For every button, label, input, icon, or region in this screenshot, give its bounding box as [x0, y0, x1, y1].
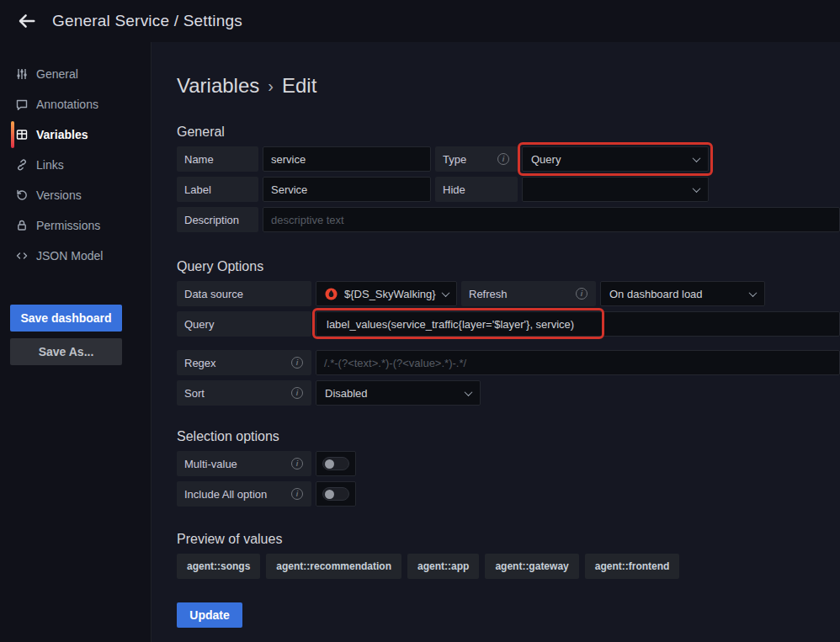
sidebar-item-label: Variables — [36, 128, 88, 141]
include-all-info-icon[interactable] — [291, 488, 303, 500]
query-label: Query — [177, 311, 311, 337]
label-label: Label — [177, 177, 258, 202]
datasource-label: Data source — [177, 281, 311, 306]
sort-select[interactable]: Disabled — [316, 380, 481, 406]
include-all-toggle[interactable] — [316, 481, 356, 507]
breadcrumb-current: Edit — [282, 74, 316, 98]
save-dashboard-button[interactable]: Save dashboard — [10, 305, 122, 332]
regex-row: Regex — [177, 350, 840, 375]
refresh-info-icon[interactable] — [576, 288, 587, 300]
name-label: Name — [177, 146, 258, 172]
description-input[interactable] — [263, 207, 840, 232]
toggle-track — [322, 487, 349, 501]
regex-input[interactable] — [316, 350, 840, 375]
chevron-down-icon — [441, 289, 449, 297]
sort-info-icon[interactable] — [291, 387, 303, 399]
query-input[interactable] — [316, 311, 840, 337]
datasource-refresh-row: Data source ${DS_SkyWalking} — [177, 281, 840, 306]
description-label: Description — [177, 207, 258, 232]
refresh-label: Refresh — [461, 281, 596, 306]
selection-options-heading: Selection options — [177, 429, 840, 444]
preview-chip: agent::songs — [177, 554, 260, 579]
sidebar-item-label: Links — [36, 158, 64, 172]
chevron-down-icon — [465, 388, 473, 396]
code-icon — [15, 249, 29, 263]
link-icon — [15, 158, 29, 172]
skywalking-datasource-icon — [325, 288, 338, 300]
sort-row: Sort Disabled — [177, 380, 840, 406]
active-indicator — [11, 121, 14, 148]
breadcrumb: Variables › Edit — [177, 74, 840, 98]
sidebar-item-label: Permissions — [36, 219, 100, 232]
include-all-label: Include All option — [177, 481, 311, 507]
chevron-down-icon — [693, 154, 701, 162]
sidebar-item-versions[interactable]: Versions — [0, 180, 151, 210]
sidebar-item-annotations[interactable]: Annotations — [0, 89, 151, 119]
back-button[interactable] — [13, 8, 40, 34]
label-hide-row: Label Hide — [177, 177, 840, 202]
sidebar-item-label: Versions — [36, 188, 82, 202]
sliders-icon — [15, 67, 29, 81]
type-info-icon[interactable] — [497, 153, 509, 165]
type-select[interactable]: Query — [522, 146, 709, 172]
chevron-down-icon — [749, 289, 758, 297]
name-type-row: Name Type Query — [177, 146, 840, 172]
sidebar-item-label: Annotations — [36, 98, 98, 111]
datasource-select[interactable]: ${DS_SkyWalking} — [316, 281, 457, 306]
multi-value-label: Multi-value — [177, 451, 311, 476]
sidebar-item-label: JSON Model — [36, 249, 103, 263]
include-all-row: Include All option — [177, 481, 840, 507]
history-icon — [15, 188, 29, 202]
sidebar-item-variables[interactable]: Variables — [0, 119, 151, 150]
multi-value-row: Multi-value — [177, 451, 840, 476]
toggle-knob — [325, 459, 334, 469]
preview-heading: Preview of values — [177, 532, 840, 547]
breadcrumb-variables-link[interactable]: Variables — [177, 74, 259, 98]
multi-value-info-icon[interactable] — [291, 458, 303, 470]
general-heading: General — [177, 125, 840, 140]
type-label: Type — [435, 146, 518, 172]
regex-label: Regex — [177, 350, 311, 375]
chevron-down-icon — [693, 184, 701, 193]
preview-chip: agent::frontend — [585, 554, 680, 579]
arrow-left-icon — [18, 12, 36, 30]
preview-chip: agent::recommendation — [266, 554, 401, 579]
query-row: Query — [177, 311, 840, 337]
description-row: Description — [177, 207, 840, 232]
update-button[interactable]: Update — [177, 602, 242, 628]
sort-label: Sort — [177, 380, 311, 406]
hide-label: Hide — [435, 177, 518, 202]
name-input[interactable] — [263, 146, 431, 172]
sidebar-item-json-model[interactable]: JSON Model — [0, 241, 151, 271]
page-title: General Service / Settings — [52, 12, 242, 30]
hide-select[interactable] — [522, 177, 709, 202]
refresh-select[interactable]: On dashboard load — [600, 281, 765, 306]
multi-value-toggle[interactable] — [316, 451, 356, 476]
sidebar-item-permissions[interactable]: Permissions — [0, 210, 151, 241]
toggle-track — [322, 457, 349, 470]
comment-icon — [15, 98, 29, 111]
sidebar-item-label: General — [36, 67, 78, 81]
settings-sidebar: General Annotations Variables — [0, 42, 152, 642]
preview-values: agent::songs agent::recommendation agent… — [177, 554, 840, 579]
label-input[interactable] — [263, 177, 431, 202]
sidebar-item-general[interactable]: General — [0, 59, 151, 89]
variables-edit-panel: Variables › Edit General Name Type Query — [152, 42, 840, 642]
toggle-knob — [325, 490, 334, 499]
sidebar-item-links[interactable]: Links — [0, 150, 151, 180]
preview-chip: agent::gateway — [485, 554, 578, 579]
preview-chip: agent::app — [407, 554, 479, 579]
lock-icon — [15, 219, 29, 232]
grid-icon — [15, 128, 29, 141]
settings-header: General Service / Settings — [0, 0, 840, 42]
save-as-button[interactable]: Save As... — [10, 338, 122, 365]
query-options-heading: Query Options — [177, 259, 840, 274]
regex-info-icon[interactable] — [291, 357, 303, 369]
breadcrumb-separator: › — [268, 77, 274, 96]
